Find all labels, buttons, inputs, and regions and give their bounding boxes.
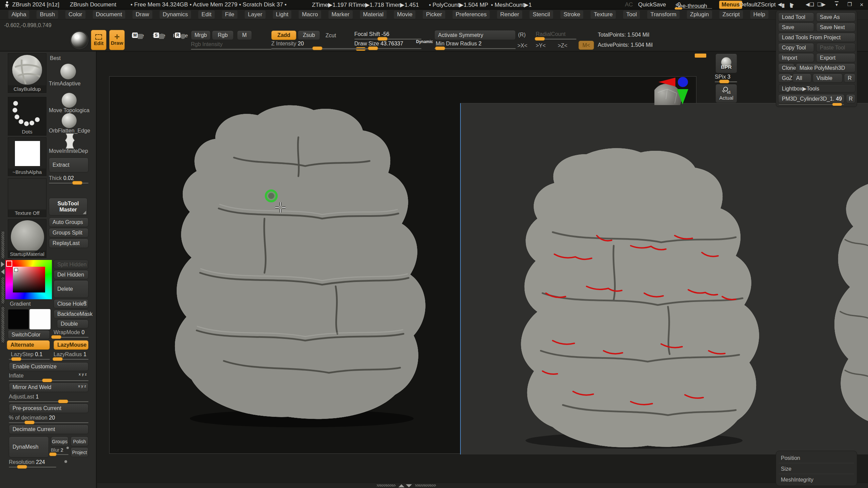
panels-right-icon[interactable]: ❏▶ (817, 1, 826, 7)
import-button[interactable]: Import (778, 53, 814, 62)
auto-groups-button[interactable]: Auto Groups (49, 218, 88, 227)
material-thumb[interactable]: StartupMaterial (8, 219, 46, 258)
sym-y-button[interactable]: >Y< (536, 43, 546, 49)
menus-button[interactable]: Menus (719, 1, 742, 9)
draw-button[interactable]: ✛ Draw (109, 30, 125, 50)
draw-size-slider[interactable]: Draw Size 43.76337 (354, 41, 421, 49)
mirror-and-weld-button[interactable]: Mirror And Weld x y z (9, 383, 88, 392)
sv-square[interactable] (13, 267, 45, 292)
lightbox-tools-button[interactable]: Lightbox▶Tools (778, 84, 855, 93)
wrapmode-slider[interactable]: WrapMode 0 (54, 329, 88, 338)
lazyradius-slider[interactable]: LazyRadius 1 (54, 351, 88, 360)
active-tool-track[interactable] (779, 104, 844, 105)
gradient-toggle[interactable]: Gradient (10, 301, 31, 307)
menu-item-light[interactable]: Light (273, 10, 292, 19)
load-tools-from-project-button[interactable]: Load Tools From Project (778, 33, 855, 42)
menu-item-zscript[interactable]: Zscript (719, 10, 743, 19)
switch-color-button[interactable]: SwitchColor (8, 330, 50, 339)
orbflatten-thumb[interactable] (62, 113, 77, 128)
zcut-button[interactable]: Zcut (326, 33, 336, 39)
clone-button[interactable]: Clone (778, 63, 794, 73)
rgb-button[interactable]: Rgb (212, 30, 234, 40)
tray-width-handle[interactable] (695, 54, 706, 58)
menu-item-tool[interactable]: Tool (623, 10, 640, 19)
edit-button[interactable]: Edit (91, 30, 106, 50)
restore-icon[interactable]: ❐ (847, 1, 852, 7)
moveinfinitedep-label[interactable]: MoveInfiniteDep (49, 148, 88, 154)
active-tool-knob[interactable] (832, 103, 842, 106)
current-material-sphere[interactable] (71, 32, 87, 48)
tray-close-down-icon[interactable] (406, 484, 412, 487)
extract-button[interactable]: Extract (49, 158, 88, 172)
alternate-button[interactable]: Alternate (7, 340, 50, 350)
lazystep-slider[interactable]: LazyStep 0.1 (9, 351, 50, 360)
copy-tool-button[interactable]: Copy Tool (778, 43, 814, 52)
save-button[interactable]: Save (778, 23, 814, 32)
sv-cursor[interactable] (14, 268, 18, 272)
actual-size-button[interactable]: x1 Actual (715, 84, 737, 103)
size-row[interactable]: Size (779, 464, 854, 474)
export-button[interactable]: Export (816, 53, 855, 62)
menu-item-color[interactable]: Color (65, 10, 86, 19)
zadd-button[interactable]: Zadd (271, 30, 296, 40)
menu-item-picker[interactable]: Picker (422, 10, 445, 19)
focal-shift-slider[interactable]: Focal Shift -56 (354, 31, 421, 40)
split-hidden-button[interactable]: Split Hidden (54, 260, 88, 269)
dynamesh-project-button[interactable]: Project (71, 447, 88, 457)
goz-r-button[interactable]: R (844, 74, 855, 83)
tray-shrink-left-icon[interactable]: ◀|||| (778, 1, 782, 7)
minimize-icon[interactable]: ▼ (835, 1, 839, 7)
sym-m-button[interactable]: M< (578, 41, 594, 50)
bottom-divider-strip[interactable] (376, 484, 396, 487)
preprocess-current-button[interactable]: Pre-process Current (9, 404, 88, 413)
canvas-area[interactable] (97, 52, 868, 488)
m-button[interactable]: M (237, 30, 252, 40)
position-row[interactable]: Position (779, 453, 854, 463)
close-icon[interactable]: × (860, 1, 864, 8)
trimadaptive-label[interactable]: TrimAdaptive (49, 81, 81, 87)
menu-item-dynamics[interactable]: Dynamics (159, 10, 192, 19)
spix-slider[interactable]: SPix 3 (715, 74, 737, 82)
see-through-track[interactable] (675, 8, 712, 9)
menu-item-edit[interactable]: Edit (198, 10, 215, 19)
tool-r-button[interactable]: R (846, 94, 855, 103)
color-picker[interactable] (5, 260, 52, 299)
dynamesh-blur-slider[interactable]: Blur 2 (51, 447, 68, 455)
active-tool-slider[interactable]: PM3D_Cylinder3D_1. 49 (778, 94, 845, 103)
delete-button[interactable]: Delete (54, 280, 88, 298)
replay-last-button[interactable]: ReplayLast (49, 239, 88, 248)
meshintegrity-row[interactable]: MeshIntegrity (779, 475, 854, 485)
secondary-color-swatch[interactable] (29, 309, 51, 329)
panels-left-icon[interactable]: ◀❏ (806, 1, 814, 7)
menu-item-transform[interactable]: Transform (647, 10, 680, 19)
z-intensity-slider[interactable]: Z Intensity 20 (271, 41, 355, 49)
tray-open-right-icon[interactable] (1, 262, 4, 267)
double-button[interactable]: Double (57, 320, 88, 328)
bpr-render-button[interactable]: BPR (715, 54, 737, 73)
enable-customize-button[interactable]: Enable Customize (9, 362, 88, 371)
paste-tool-button[interactable]: Paste Tool (816, 43, 855, 52)
menu-item-help[interactable]: Help (750, 10, 769, 19)
menu-item-stencil[interactable]: Stencil (529, 10, 553, 19)
zsub-button[interactable]: Zsub (298, 30, 320, 40)
dynamesh-button[interactable]: DynaMesh (9, 436, 49, 458)
inflate-slider[interactable]: Inflate (9, 373, 88, 381)
load-tool-button[interactable]: Load Tool (778, 13, 814, 22)
menu-item-material[interactable]: Material (360, 10, 387, 19)
make-polymesh3d-button[interactable]: Make PolyMesh3D (796, 63, 855, 73)
menu-item-marker[interactable]: Marker (328, 10, 353, 19)
menu-item-stroke[interactable]: Stroke (560, 10, 584, 19)
menu-item-zplugin[interactable]: Zplugin (687, 10, 712, 19)
backface-mask-button[interactable]: BackfaceMask (54, 310, 88, 319)
scale-button[interactable]: S Scale (153, 33, 165, 38)
decimate-current-button[interactable]: Decimate Current (9, 425, 88, 434)
subtool-master-button[interactable]: SubTool Master (49, 198, 87, 216)
menu-item-alpha[interactable]: Alpha (8, 10, 29, 19)
menu-item-preferences[interactable]: Preferences (452, 10, 490, 19)
texture-thumb[interactable]: Texture Off (8, 178, 46, 217)
left-divider-strip[interactable] (1, 306, 5, 343)
save-as-button[interactable]: Save As (816, 13, 855, 22)
menu-item-movie[interactable]: Movie (394, 10, 416, 19)
sym-z-button[interactable]: >Z< (558, 43, 567, 49)
trimadaptive-thumb[interactable] (60, 64, 76, 79)
